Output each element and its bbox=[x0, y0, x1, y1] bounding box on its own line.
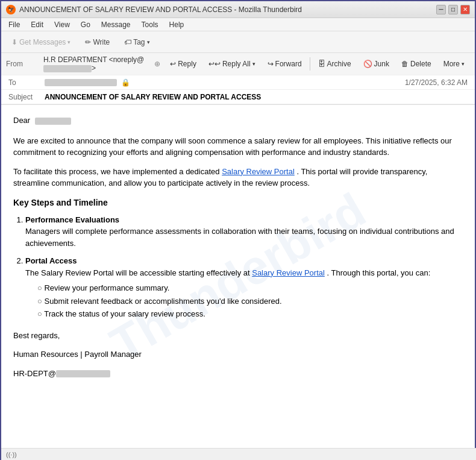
forward-button[interactable]: ↪ Forward bbox=[262, 57, 307, 71]
step-2-title: Portal Access bbox=[25, 256, 77, 265]
window-title: ANNOUNCEMENT OF SALARY REVIEW AND PORTAL… bbox=[19, 5, 302, 14]
step-1-title: Performance Evaluations bbox=[25, 215, 119, 224]
junk-button[interactable]: 🚫 Junk bbox=[358, 57, 395, 71]
write-icon: ✏ bbox=[85, 38, 91, 46]
main-toolbar: ⬇ Get Messages ▾ ✏ Write 🏷 Tag ▾ bbox=[1, 31, 475, 53]
connection-icon: ((·)) bbox=[6, 451, 17, 458]
reply-icon: ↩ bbox=[170, 60, 176, 68]
from-label: From bbox=[6, 60, 42, 68]
reply-all-dropdown-arrow[interactable]: ▾ bbox=[252, 61, 255, 67]
salary-portal-link-2[interactable]: Salary Review Portal bbox=[252, 268, 325, 277]
menu-view[interactable]: View bbox=[49, 19, 75, 30]
email-domain-blurred bbox=[56, 370, 110, 377]
email-content: Dear We are excited to announce that the… bbox=[13, 115, 463, 379]
menu-message[interactable]: Message bbox=[96, 19, 136, 30]
delete-button[interactable]: 🗑 Delete bbox=[396, 57, 437, 71]
portal-feature-3: Track the status of your salary review p… bbox=[37, 308, 463, 320]
maximize-button[interactable]: □ bbox=[448, 5, 458, 14]
close-button[interactable]: ✕ bbox=[460, 5, 470, 14]
sign-off-2: Human Resources | Payroll Manager bbox=[13, 348, 463, 361]
more-dropdown-arrow[interactable]: ▾ bbox=[462, 61, 465, 67]
tag-dropdown-arrow[interactable]: ▾ bbox=[147, 39, 150, 45]
step-1-text: Managers will complete performance asses… bbox=[25, 227, 454, 248]
get-messages-button[interactable]: ⬇ Get Messages ▾ bbox=[6, 36, 76, 49]
get-messages-icon: ⬇ bbox=[11, 38, 17, 46]
menu-go[interactable]: Go bbox=[76, 19, 95, 30]
reply-button[interactable]: ↩ Reply bbox=[164, 57, 202, 71]
window-controls[interactable]: ─ □ ✕ bbox=[436, 5, 470, 14]
from-blurred bbox=[43, 65, 92, 72]
portal-feature-2: Submit relevant feedback or accomplishme… bbox=[37, 295, 463, 307]
step-2: Portal Access The Salary Review Portal w… bbox=[25, 255, 463, 320]
subject-row: Subject ANNOUNCEMENT OF SALARY REVIEW AN… bbox=[1, 90, 475, 104]
email-header: From H.R DEPARTMENT <noreply@ > ⊕ ↩ Repl… bbox=[1, 53, 475, 105]
titlebar: 🦅 ANNOUNCEMENT OF SALARY REVIEW AND PORT… bbox=[1, 1, 475, 18]
app-icon: 🦅 bbox=[6, 5, 16, 14]
from-value: H.R DEPARTMENT <noreply@ > bbox=[43, 55, 151, 72]
at-icon: ⊕ bbox=[154, 60, 160, 68]
forward-icon: ↪ bbox=[268, 60, 274, 68]
reply-all-button[interactable]: ↩↩ Reply All ▾ bbox=[203, 57, 261, 71]
salary-portal-link-1[interactable]: Salary Review Portal bbox=[222, 167, 295, 176]
get-messages-dropdown-arrow[interactable]: ▾ bbox=[67, 39, 70, 45]
write-button[interactable]: ✏ Write bbox=[80, 36, 115, 49]
email-signature: Best regards, Human Resources | Payroll … bbox=[13, 330, 463, 380]
email-body: Thunderbird Dear We are excited to annou… bbox=[1, 105, 475, 450]
menubar: File Edit View Go Message Tools Help bbox=[1, 18, 475, 31]
archive-button[interactable]: 🗄 Archive bbox=[313, 57, 357, 71]
more-button[interactable]: More ▾ bbox=[438, 57, 470, 71]
portal-features-list: Review your performance summary. Submit … bbox=[37, 282, 463, 320]
junk-icon: 🚫 bbox=[363, 60, 372, 68]
email-date: 1/27/2025, 6:32 AM bbox=[405, 78, 468, 87]
menu-tools[interactable]: Tools bbox=[137, 19, 163, 30]
menu-help[interactable]: Help bbox=[164, 19, 189, 30]
minimize-button[interactable]: ─ bbox=[436, 5, 446, 14]
action-bar: From H.R DEPARTMENT <noreply@ > ⊕ ↩ Repl… bbox=[1, 53, 475, 75]
reply-all-icon: ↩↩ bbox=[208, 60, 221, 68]
tag-button[interactable]: 🏷 Tag ▾ bbox=[119, 36, 155, 49]
statusbar: ((·)) bbox=[1, 448, 476, 460]
to-row: To 🔒 1/27/2025, 6:32 AM bbox=[1, 75, 475, 90]
to-label: To bbox=[8, 78, 45, 87]
step-1: Performance Evaluations Managers will co… bbox=[25, 214, 463, 250]
archive-icon: 🗄 bbox=[318, 60, 325, 68]
email-paragraph-1: We are excited to announce that the comp… bbox=[13, 135, 463, 159]
subject-value: ANNOUNCEMENT OF SALARY REVIEW AND PORTAL… bbox=[45, 93, 261, 101]
email-paragraph-2: To facilitate this process, we have impl… bbox=[13, 166, 463, 189]
subject-label: Subject bbox=[8, 93, 45, 101]
email-greeting: Dear bbox=[13, 115, 463, 127]
to-blurred bbox=[45, 79, 117, 86]
tag-icon: 🏷 bbox=[124, 38, 131, 46]
steps-list: Performance Evaluations Managers will co… bbox=[25, 214, 463, 320]
menu-edit[interactable]: Edit bbox=[26, 19, 48, 30]
portal-feature-1: Review your performance summary. bbox=[37, 282, 463, 294]
menu-file[interactable]: File bbox=[4, 19, 25, 30]
to-value: 🔒 bbox=[45, 78, 405, 87]
secure-icon: 🔒 bbox=[121, 78, 130, 87]
delete-icon: 🗑 bbox=[401, 60, 409, 68]
section-title: Key Steps and Timeline bbox=[13, 197, 463, 209]
separator bbox=[310, 57, 310, 71]
sign-off-1: Best regards, bbox=[13, 330, 463, 342]
sign-off-3: HR-DEPT@ bbox=[13, 368, 463, 380]
recipient-name-blurred bbox=[35, 118, 71, 125]
